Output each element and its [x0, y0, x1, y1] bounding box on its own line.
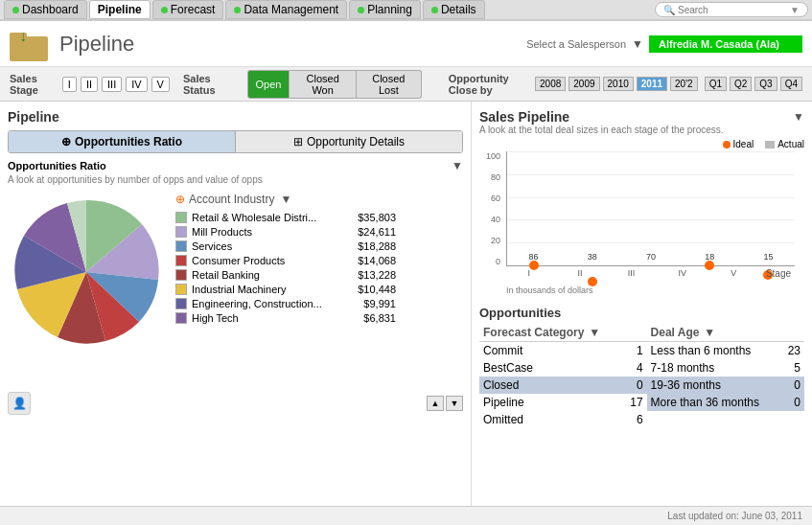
legend-item-6: Engineering, Construction... $9,991 [175, 298, 463, 309]
main-content: Pipeline ⊕ Opportunities Ratio ⊞ Opportu… [0, 102, 812, 506]
forecast-col-label: Forecast Category [483, 326, 584, 339]
quarter-q1[interactable]: Q1 [705, 77, 727, 91]
status-closed-lost[interactable]: Closed Lost [357, 70, 422, 99]
logo-icon: ↓ [10, 27, 52, 61]
salesperson-dropdown-icon[interactable]: ▼ [632, 37, 643, 51]
stage-btn-v[interactable]: V [151, 77, 170, 92]
forecast-col-sort[interactable]: ▼ [589, 326, 600, 339]
dealage-col-sort[interactable]: ▼ [704, 326, 715, 339]
sales-status-label: Sales Status [183, 73, 242, 96]
tab-opportunity-details[interactable]: ⊞ Opportunity Details [236, 131, 462, 152]
stage-btn-iv[interactable]: IV [126, 77, 147, 92]
year-2010[interactable]: 2010 [603, 77, 634, 91]
salesperson-label: Select a Salesperson [526, 38, 626, 50]
opp-row-closed[interactable]: Closed 0 19-36 months 0 [479, 377, 804, 394]
ratio-dropdown[interactable]: ▼ [452, 159, 463, 172]
opp-row-bestcase[interactable]: BestCase 4 7-18 months 5 [479, 359, 804, 377]
pie-chart [8, 194, 166, 352]
y-axis: 100 80 60 40 20 0 [479, 151, 503, 266]
user-icon[interactable]: 👤 [8, 392, 31, 415]
nav-tab-pipeline[interactable]: Pipeline [89, 0, 151, 19]
tab-opportunities-ratio[interactable]: ⊕ Opportunities Ratio [9, 131, 236, 152]
y-label-20: 20 [479, 236, 500, 245]
sales-status-filter: Sales Status Open Closed Won Closed Lost [183, 70, 422, 99]
stage-btn-iii[interactable]: III [102, 77, 122, 92]
prev-arrow[interactable]: ▲ [427, 396, 444, 411]
opp-close-filter: Opportunity Close by 2008 2009 2010 2011… [449, 73, 802, 96]
pipeline-title: Pipeline [8, 109, 463, 125]
legend-dropdown-icon[interactable]: ▼ [280, 193, 291, 206]
legend-ideal: Ideal [723, 139, 754, 149]
search-input[interactable] [678, 5, 783, 15]
y-label-100: 100 [479, 151, 500, 161]
details-dot [431, 7, 438, 13]
opp-row-commit[interactable]: Commit 1 Less than 6 months 23 [479, 342, 804, 360]
7-18-value: 5 [784, 359, 804, 377]
legend-item-5: Industrial Machinery $10,448 [175, 284, 463, 295]
next-arrow[interactable]: ▼ [446, 396, 463, 411]
search-dropdown-arrow[interactable]: ▼ [790, 5, 800, 15]
opp-row-pipeline[interactable]: Pipeline 17 More than 36 months 0 [479, 394, 804, 411]
sales-stage-label: Sales Stage [10, 73, 57, 96]
salesperson-value[interactable]: Alfredia M. Casada (Ala) [649, 35, 802, 53]
sp-dropdown[interactable]: ▼ [793, 110, 804, 124]
nav-tab-data-management[interactable]: Data Management [225, 0, 347, 19]
year-2008[interactable]: 2008 [535, 77, 566, 91]
legend-value-3: $14,068 [350, 255, 396, 266]
y-label-80: 80 [479, 172, 500, 182]
legend-name-2: Services [192, 240, 345, 252]
year-2009[interactable]: 2009 [568, 77, 599, 91]
nav-arrows: ▲ ▼ [427, 396, 463, 411]
nav-tab-planning[interactable]: Planning [349, 0, 421, 19]
opp-row-omitted[interactable]: Omitted 6 [479, 411, 804, 428]
stage-btn-i[interactable]: I [62, 77, 77, 92]
19-36-value: 0 [784, 377, 804, 394]
quarter-q2[interactable]: Q2 [730, 77, 752, 91]
col-dealage-header[interactable]: Deal Age ▼ [647, 324, 784, 342]
nav-tab-dashboard[interactable]: Dashboard [4, 0, 87, 19]
legend-color-4 [175, 269, 187, 281]
ideal-label: Ideal [733, 139, 754, 149]
legend-value-5: $10,448 [350, 284, 396, 295]
legend-item-7: High Tech $6,831 [175, 312, 463, 324]
nav-tab-details[interactable]: Details [423, 0, 485, 19]
sales-pipeline-header: Sales Pipeline ▼ [479, 109, 804, 125]
legend-name-6: Engineering, Construction... [192, 298, 345, 309]
7-18-label: 7-18 months [647, 359, 784, 377]
details-tab-label: Opportunity Details [307, 135, 405, 148]
legend-item-0: Retail & Wholesale Distri... $35,803 [175, 212, 463, 223]
x-axis-labels: I II III IV V Stage [506, 268, 795, 279]
bar-chart: 100 80 60 40 20 0 86 [479, 151, 804, 300]
omitted-spacer [647, 411, 784, 428]
year-2011[interactable]: 2011 [637, 77, 667, 91]
status-closed-won[interactable]: Closed Won [290, 70, 356, 99]
pipeline-row-value: 17 [626, 394, 646, 411]
chart-legend: Ideal Actual [479, 139, 804, 149]
legend-item-1: Mill Products $24,611 [175, 226, 463, 238]
legend-color-2 [175, 240, 187, 252]
year-2012[interactable]: 20'2 [670, 77, 698, 91]
col-forecast-header[interactable]: Forecast Category ▼ [479, 324, 626, 342]
legend-actual: Actual [765, 139, 804, 149]
top-nav: Dashboard Pipeline Forecast Data Managem… [0, 0, 812, 21]
legend-value-0: $35,803 [350, 212, 396, 223]
nav-tab-forecast[interactable]: Forecast [152, 0, 224, 19]
sales-stage-filter: Sales Stage I II III IV V [10, 73, 170, 96]
nav-tab-planning-label: Planning [367, 3, 412, 16]
filters-bar: Sales Stage I II III IV V Sales Status O… [0, 67, 812, 102]
closed-value: 0 [626, 377, 646, 394]
salesperson-area: Select a Salesperson ▼ Alfredia M. Casad… [526, 35, 802, 53]
quarter-q4[interactable]: Q4 [780, 77, 802, 91]
nav-tab-dashboard-label: Dashboard [22, 3, 79, 16]
status-open[interactable]: Open [247, 70, 290, 99]
pie-legend-area: ⊕ Account Industry ▼ Retail & Wholesale … [8, 189, 463, 390]
ratio-title: Opportunities Ratio [8, 160, 106, 171]
col-dealage-count-header [784, 324, 804, 342]
search-box[interactable]: 🔍 ▼ [655, 2, 808, 17]
stage-btn-ii[interactable]: II [81, 77, 98, 92]
legend-header-icon: ⊕ [175, 193, 185, 206]
36plus-value: 0 [784, 394, 804, 411]
dashboard-dot [12, 7, 19, 13]
bestcase-label: BestCase [479, 359, 626, 377]
quarter-q3[interactable]: Q3 [754, 77, 777, 91]
